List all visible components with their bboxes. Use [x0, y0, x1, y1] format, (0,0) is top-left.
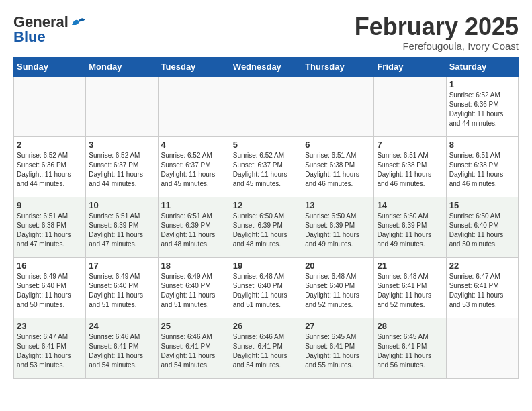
calendar-cell [158, 76, 230, 136]
title-block: February 2025 Ferefougoula, Ivory Coast [355, 13, 519, 52]
day-number: 17 [89, 261, 154, 271]
day-info: Sunrise: 6:46 AM Sunset: 6:41 PM Dayligh… [161, 332, 227, 370]
day-number: 23 [17, 321, 83, 331]
day-info: Sunrise: 6:51 AM Sunset: 6:39 PM Dayligh… [161, 212, 227, 249]
calendar-cell: 2Sunrise: 6:52 AM Sunset: 6:36 PM Daylig… [14, 136, 86, 197]
day-number: 12 [233, 200, 299, 210]
day-number: 9 [17, 200, 83, 210]
weekday-header-friday: Friday [374, 57, 446, 76]
day-info: Sunrise: 6:49 AM Sunset: 6:40 PM Dayligh… [89, 272, 154, 310]
calendar-cell: 23Sunrise: 6:47 AM Sunset: 6:41 PM Dayli… [14, 318, 86, 378]
day-info: Sunrise: 6:51 AM Sunset: 6:38 PM Dayligh… [377, 151, 443, 189]
day-info: Sunrise: 6:48 AM Sunset: 6:41 PM Dayligh… [377, 272, 443, 310]
day-number: 14 [377, 200, 443, 210]
weekday-header-tuesday: Tuesday [158, 57, 230, 76]
day-number: 11 [161, 200, 227, 210]
day-info: Sunrise: 6:46 AM Sunset: 6:41 PM Dayligh… [89, 332, 154, 370]
day-number: 26 [233, 321, 299, 331]
day-number: 2 [17, 140, 83, 150]
day-number: 6 [305, 140, 371, 150]
day-info: Sunrise: 6:51 AM Sunset: 6:39 PM Dayligh… [89, 212, 154, 249]
location: Ferefougoula, Ivory Coast [355, 40, 519, 52]
logo: General Blue [13, 13, 89, 46]
calendar-cell: 4Sunrise: 6:52 AM Sunset: 6:37 PM Daylig… [158, 136, 230, 197]
day-info: Sunrise: 6:47 AM Sunset: 6:41 PM Dayligh… [17, 332, 83, 370]
day-number: 8 [449, 140, 515, 150]
weekday-header-saturday: Saturday [446, 57, 518, 76]
day-info: Sunrise: 6:45 AM Sunset: 6:41 PM Dayligh… [305, 332, 371, 370]
day-number: 5 [233, 140, 299, 150]
day-info: Sunrise: 6:51 AM Sunset: 6:38 PM Dayligh… [305, 151, 371, 189]
calendar-cell: 14Sunrise: 6:50 AM Sunset: 6:39 PM Dayli… [374, 197, 446, 257]
day-number: 18 [161, 261, 227, 271]
day-number: 24 [89, 321, 154, 331]
day-info: Sunrise: 6:50 AM Sunset: 6:39 PM Dayligh… [305, 212, 371, 249]
day-info: Sunrise: 6:50 AM Sunset: 6:39 PM Dayligh… [233, 212, 299, 249]
calendar-cell: 17Sunrise: 6:49 AM Sunset: 6:40 PM Dayli… [86, 257, 158, 318]
calendar-cell: 26Sunrise: 6:46 AM Sunset: 6:41 PM Dayli… [230, 318, 302, 378]
calendar-cell [230, 76, 302, 136]
page-header: General Blue February 2025 Ferefougoula,… [13, 13, 519, 52]
day-number: 27 [305, 321, 371, 331]
calendar-cell: 28Sunrise: 6:45 AM Sunset: 6:41 PM Dayli… [374, 318, 446, 378]
day-info: Sunrise: 6:52 AM Sunset: 6:36 PM Dayligh… [449, 91, 515, 128]
day-number: 28 [377, 321, 443, 331]
logo-blue: Blue [13, 28, 46, 46]
day-number: 25 [161, 321, 227, 331]
day-info: Sunrise: 6:47 AM Sunset: 6:41 PM Dayligh… [449, 272, 515, 310]
logo-bird-icon [69, 15, 88, 29]
calendar-cell [86, 76, 158, 136]
calendar-cell: 8Sunrise: 6:51 AM Sunset: 6:38 PM Daylig… [446, 136, 518, 197]
calendar-cell: 6Sunrise: 6:51 AM Sunset: 6:38 PM Daylig… [302, 136, 374, 197]
calendar-cell: 9Sunrise: 6:51 AM Sunset: 6:38 PM Daylig… [14, 197, 86, 257]
day-info: Sunrise: 6:51 AM Sunset: 6:38 PM Dayligh… [17, 212, 83, 249]
calendar-cell [302, 76, 374, 136]
day-number: 19 [233, 261, 299, 271]
weekday-header-thursday: Thursday [302, 57, 374, 76]
day-number: 3 [89, 140, 154, 150]
day-info: Sunrise: 6:52 AM Sunset: 6:37 PM Dayligh… [89, 151, 154, 189]
calendar-cell: 22Sunrise: 6:47 AM Sunset: 6:41 PM Dayli… [446, 257, 518, 318]
calendar-cell: 18Sunrise: 6:49 AM Sunset: 6:40 PM Dayli… [158, 257, 230, 318]
day-info: Sunrise: 6:52 AM Sunset: 6:37 PM Dayligh… [233, 151, 299, 189]
calendar-cell [374, 76, 446, 136]
day-info: Sunrise: 6:50 AM Sunset: 6:40 PM Dayligh… [449, 212, 515, 249]
calendar-cell: 21Sunrise: 6:48 AM Sunset: 6:41 PM Dayli… [374, 257, 446, 318]
day-number: 20 [305, 261, 371, 271]
day-number: 16 [17, 261, 83, 271]
calendar-table: SundayMondayTuesdayWednesdayThursdayFrid… [13, 57, 519, 379]
day-info: Sunrise: 6:48 AM Sunset: 6:40 PM Dayligh… [305, 272, 371, 310]
weekday-header-monday: Monday [86, 57, 158, 76]
day-info: Sunrise: 6:46 AM Sunset: 6:41 PM Dayligh… [233, 332, 299, 370]
day-info: Sunrise: 6:52 AM Sunset: 6:36 PM Dayligh… [17, 151, 83, 189]
day-info: Sunrise: 6:51 AM Sunset: 6:38 PM Dayligh… [449, 151, 515, 189]
calendar-cell: 27Sunrise: 6:45 AM Sunset: 6:41 PM Dayli… [302, 318, 374, 378]
day-info: Sunrise: 6:49 AM Sunset: 6:40 PM Dayligh… [17, 272, 83, 310]
calendar-cell: 16Sunrise: 6:49 AM Sunset: 6:40 PM Dayli… [14, 257, 86, 318]
calendar-cell [446, 318, 518, 378]
calendar-cell: 24Sunrise: 6:46 AM Sunset: 6:41 PM Dayli… [86, 318, 158, 378]
day-number: 4 [161, 140, 227, 150]
calendar-cell: 10Sunrise: 6:51 AM Sunset: 6:39 PM Dayli… [86, 197, 158, 257]
day-number: 22 [449, 261, 515, 271]
calendar-cell: 13Sunrise: 6:50 AM Sunset: 6:39 PM Dayli… [302, 197, 374, 257]
calendar-cell: 11Sunrise: 6:51 AM Sunset: 6:39 PM Dayli… [158, 197, 230, 257]
calendar-cell: 5Sunrise: 6:52 AM Sunset: 6:37 PM Daylig… [230, 136, 302, 197]
calendar-cell: 3Sunrise: 6:52 AM Sunset: 6:37 PM Daylig… [86, 136, 158, 197]
calendar-cell: 20Sunrise: 6:48 AM Sunset: 6:40 PM Dayli… [302, 257, 374, 318]
day-info: Sunrise: 6:49 AM Sunset: 6:40 PM Dayligh… [161, 272, 227, 310]
calendar-cell: 1Sunrise: 6:52 AM Sunset: 6:36 PM Daylig… [446, 76, 518, 136]
weekday-header-sunday: Sunday [14, 57, 86, 76]
weekday-header-wednesday: Wednesday [230, 57, 302, 76]
calendar-cell: 15Sunrise: 6:50 AM Sunset: 6:40 PM Dayli… [446, 197, 518, 257]
calendar-cell: 25Sunrise: 6:46 AM Sunset: 6:41 PM Dayli… [158, 318, 230, 378]
calendar-cell: 12Sunrise: 6:50 AM Sunset: 6:39 PM Dayli… [230, 197, 302, 257]
day-number: 1 [449, 79, 515, 89]
day-number: 13 [305, 200, 371, 210]
month-title: February 2025 [355, 13, 519, 40]
calendar-cell: 19Sunrise: 6:48 AM Sunset: 6:40 PM Dayli… [230, 257, 302, 318]
day-info: Sunrise: 6:52 AM Sunset: 6:37 PM Dayligh… [161, 151, 227, 189]
day-info: Sunrise: 6:48 AM Sunset: 6:40 PM Dayligh… [233, 272, 299, 310]
day-number: 7 [377, 140, 443, 150]
calendar-cell: 7Sunrise: 6:51 AM Sunset: 6:38 PM Daylig… [374, 136, 446, 197]
